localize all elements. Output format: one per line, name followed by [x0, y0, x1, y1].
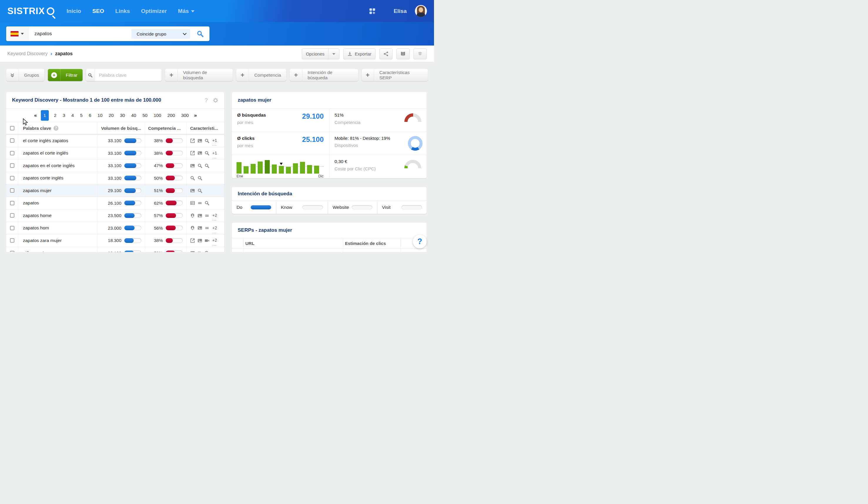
keyword-cell[interactable]: zapatos — [18, 197, 97, 209]
external-link-icon[interactable] — [190, 238, 195, 243]
page-20[interactable]: 20 — [108, 112, 115, 119]
page-30[interactable]: 30 — [119, 112, 126, 119]
keyword-cell[interactable]: zapatos el corte inglés — [18, 147, 97, 159]
row-checkbox[interactable] — [10, 238, 14, 243]
keyword-cell[interactable]: zapatos mujer — [18, 185, 97, 197]
share-button[interactable] — [379, 49, 393, 59]
keyword-cell[interactable]: zapatos corte inglés — [18, 172, 97, 185]
more-features-badge[interactable]: +2 — [213, 213, 217, 221]
search-input[interactable] — [29, 31, 131, 37]
add-intent-filter-button[interactable]: + Intención de búsqueda — [290, 69, 358, 81]
serps-title: SERPs - zapatos mujer — [238, 227, 292, 233]
volume-cell: 18.100 — [97, 247, 145, 252]
user-name[interactable]: Elisa — [394, 8, 407, 14]
nav-seo[interactable]: SEO — [92, 8, 104, 14]
external-link-icon[interactable] — [190, 151, 195, 156]
cpc-stat: 0,30 € Coste por Clic (CPC) — [329, 155, 427, 178]
sistrix-logo[interactable]: SISTRIX — [7, 6, 54, 17]
match-mode-value: Coincide grupo — [137, 31, 166, 36]
competition-gauge — [404, 113, 421, 122]
row-checkbox[interactable] — [10, 138, 14, 143]
keyword-cell[interactable]: zapatos zara mujer — [18, 234, 97, 247]
serp-url[interactable]: m.zalando.es/calzado-de-mujer/ — [244, 249, 343, 252]
help-icon[interactable]: ? — [205, 97, 208, 104]
row-checkbox[interactable] — [10, 151, 14, 155]
page-300[interactable]: 300 — [180, 112, 190, 119]
match-mode-select[interactable]: Coincide grupo — [131, 29, 190, 39]
row-checkbox[interactable] — [10, 163, 14, 168]
external-link-icon[interactable] — [190, 138, 195, 143]
search-icon — [197, 176, 203, 181]
serp-features-cell — [187, 172, 224, 185]
competition-cell: 56% — [145, 222, 187, 234]
gear-icon[interactable] — [213, 97, 218, 103]
keyword-cell[interactable]: niña zapatos — [18, 247, 97, 252]
keyword-cell[interactable]: zapatos hom — [18, 222, 97, 234]
options-button[interactable]: Opciones — [302, 49, 339, 59]
row-checkbox[interactable] — [10, 226, 14, 230]
page-200[interactable]: 200 — [167, 112, 176, 119]
pagination-prev[interactable]: « — [34, 113, 36, 118]
docs-button[interactable] — [396, 49, 410, 59]
breadcrumb-current[interactable]: zapatos — [55, 51, 73, 56]
add-serp-features-filter-button[interactable]: + Características SERP — [362, 69, 428, 81]
serps-table-header: URL Estimación de clics — [232, 238, 427, 249]
devices-stat: Mobile: 81% - Desktop: 19% Dispositivos — [329, 132, 427, 155]
more-features-badge[interactable]: +2 — [213, 238, 217, 245]
volume-cell: 23.500 — [97, 209, 145, 222]
filter-button[interactable]: + Filtrar — [48, 69, 83, 81]
season-bar — [251, 164, 256, 174]
question-circle-icon[interactable]: ? — [53, 126, 59, 131]
more-features-badge[interactable]: +2 — [213, 225, 217, 233]
page-2[interactable]: 2 — [53, 112, 58, 119]
avatar[interactable] — [415, 5, 427, 17]
more-features-badge[interactable]: +1 — [213, 138, 217, 146]
plus-icon: + — [241, 72, 245, 78]
row-checkbox[interactable] — [10, 201, 14, 205]
export-button[interactable]: Exportar — [343, 49, 375, 59]
options-caret[interactable] — [328, 49, 339, 59]
row-checkbox[interactable] — [10, 213, 14, 218]
search-submit-icon[interactable] — [197, 30, 204, 37]
keyword-cell[interactable]: el corte inglés zapatos — [18, 135, 97, 147]
country-select[interactable] — [6, 27, 29, 41]
page-6[interactable]: 6 — [88, 112, 92, 119]
results-title: Keyword Discovery - Mostrando 1 de 100 e… — [12, 97, 161, 103]
pagination-next[interactable]: » — [194, 113, 196, 118]
breadcrumb-section[interactable]: Keyword Discovery — [7, 51, 48, 56]
volume-cell: 18.300 — [97, 234, 145, 247]
row-checkbox[interactable] — [10, 188, 14, 193]
row-checkbox[interactable] — [10, 176, 14, 180]
season-bar — [258, 161, 263, 174]
page-50[interactable]: 50 — [142, 112, 148, 119]
page-40[interactable]: 40 — [130, 112, 137, 119]
chevron-down-icon — [191, 10, 195, 12]
page-5[interactable]: 5 — [79, 112, 83, 119]
keyword-cell[interactable]: zapatos home — [18, 209, 97, 222]
chevron-down-icon — [183, 31, 187, 35]
dashboard-grid-icon[interactable] — [369, 8, 375, 14]
competition-cell: 51% — [145, 185, 187, 197]
nav-mas[interactable]: Más — [178, 8, 195, 14]
add-volume-filter-button[interactable]: + Volumen de búsqueda — [165, 69, 233, 81]
add-competition-filter-button[interactable]: + Competencia — [236, 69, 286, 81]
page-1[interactable]: 1 — [41, 110, 49, 121]
academy-button[interactable] — [413, 49, 427, 59]
row-checkbox[interactable] — [10, 251, 14, 252]
groups-button[interactable]: Grupos — [6, 69, 44, 81]
nav-links[interactable]: Links — [115, 8, 130, 14]
top-header: SISTRIX Inicio SEO Links Optimizer Más E… — [0, 0, 434, 22]
select-all-checkbox[interactable] — [10, 126, 14, 130]
page-4[interactable]: 4 — [71, 112, 75, 119]
volume-cell: 33.100 — [97, 159, 145, 172]
support-help-button[interactable]: ? — [413, 235, 427, 249]
nav-inicio[interactable]: Inicio — [67, 8, 81, 14]
page-3[interactable]: 3 — [62, 112, 66, 119]
page-10[interactable]: 10 — [97, 112, 103, 119]
page-100[interactable]: 100 — [153, 112, 162, 119]
keyword-cell[interactable]: zapatos en el corte inglés — [18, 159, 97, 172]
more-features-badge[interactable]: +1 — [213, 151, 217, 158]
keyword-filter-input[interactable] — [95, 73, 162, 78]
nav-optimizer[interactable]: Optimizer — [141, 8, 167, 14]
serp-features-cell — [187, 159, 224, 172]
